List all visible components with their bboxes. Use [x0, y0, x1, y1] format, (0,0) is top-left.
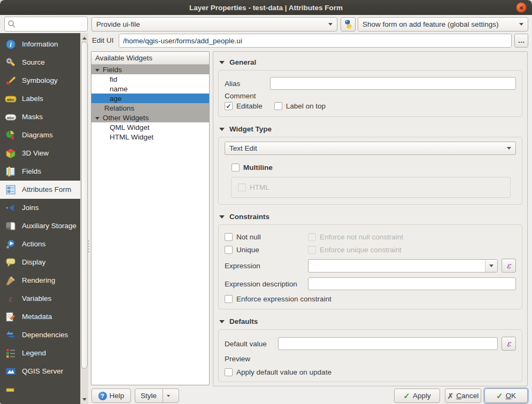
- sidebar-item-display[interactable]: Display: [0, 253, 80, 271]
- attribute-editor-layout-select[interactable]: Provide ui-file: [91, 17, 337, 32]
- sidebar-item-source[interactable]: Source: [0, 53, 80, 72]
- tree-group-relations[interactable]: Relations: [91, 103, 209, 113]
- not-null-checkbox[interactable]: [225, 233, 233, 241]
- tree-item-qml-widget[interactable]: QML Widget: [91, 122, 209, 132]
- svg-text:abc: abc: [7, 115, 14, 120]
- python-icon: [343, 19, 353, 29]
- auxiliary-storage-icon: [5, 221, 17, 231]
- fields-icon: [5, 166, 17, 177]
- alias-input[interactable]: [270, 77, 516, 90]
- apply-default-on-update-label: Apply default value on update: [236, 368, 331, 376]
- multiline-checkbox[interactable]: [232, 164, 240, 172]
- sidebar-item-diagrams[interactable]: Diagrams: [0, 126, 80, 144]
- apply-default-on-update-checkbox[interactable]: [225, 368, 233, 376]
- scroll-down-arrow[interactable]: [81, 395, 88, 403]
- alias-label: Alias: [225, 80, 270, 88]
- default-value-expression-button[interactable]: ε: [502, 337, 516, 351]
- style-dropdown-button[interactable]: [163, 389, 173, 402]
- sidebar-item-auxiliary-storage[interactable]: Auxiliary Storage: [0, 217, 80, 235]
- labels-icon: abc: [5, 94, 17, 104]
- unique-checkbox[interactable]: [225, 246, 233, 254]
- html-checkbox[interactable]: [238, 183, 246, 191]
- defaults-section-header[interactable]: Defaults: [219, 317, 522, 325]
- svg-text:abc: abc: [7, 97, 14, 102]
- tree-item-name[interactable]: name: [91, 84, 209, 94]
- cancel-button[interactable]: ✗ Cancel: [445, 389, 481, 403]
- panel-splitter-handle[interactable]: [88, 240, 90, 254]
- enforce-unique-label: Enforce unique constraint: [320, 246, 402, 254]
- multiline-options-box: HTML: [231, 177, 511, 198]
- expression-description-input[interactable]: [308, 277, 516, 290]
- expand-triangle-icon[interactable]: [95, 69, 99, 72]
- information-icon: i: [5, 39, 17, 50]
- sidebar-item-labels[interactable]: abc Labels: [0, 90, 80, 108]
- sidebar-item-symbology[interactable]: Symbology: [0, 72, 80, 90]
- expression-label: Expression: [225, 262, 308, 270]
- constraints-group-box: Not null Enforce not null constraint Uni…: [218, 224, 522, 309]
- defaults-group-box: Default value ε Preview Apply default va…: [218, 329, 522, 382]
- sidebar-item-information[interactable]: i Information: [0, 35, 80, 53]
- sidebar-item-fields[interactable]: Fields: [0, 162, 80, 181]
- tree-group-other-widgets[interactable]: Other Widgets: [91, 113, 209, 122]
- collapse-triangle-icon: [219, 320, 225, 323]
- edit-ui-label: Edit UI: [92, 36, 114, 44]
- search-box: [4, 17, 88, 32]
- label-on-top-checkbox[interactable]: [274, 102, 282, 110]
- source-icon: [5, 57, 17, 68]
- layer-properties-dialog: Layer Properties - test-data | Attribute…: [0, 0, 532, 404]
- expression-value: [309, 260, 485, 272]
- multiline-label: Multiline: [243, 164, 273, 172]
- sidebar-item-actions[interactable]: Actions: [0, 235, 80, 253]
- expression-builder-button[interactable]: ε: [502, 259, 516, 273]
- tree-item-age[interactable]: age: [91, 94, 209, 103]
- attribute-editor-layout-value: Provide ui-file: [96, 20, 325, 28]
- search-input[interactable]: [4, 17, 88, 32]
- available-widgets-panel: Available Widgets Fields fid name age Re…: [91, 51, 210, 385]
- constraints-section-header[interactable]: Constraints: [219, 213, 522, 221]
- expand-triangle-icon[interactable]: [95, 117, 99, 120]
- enforce-unique-checkbox[interactable]: [308, 246, 316, 254]
- sidebar-item-joins[interactable]: Joins: [0, 199, 80, 217]
- close-button[interactable]: ×: [516, 2, 527, 13]
- enforce-not-null-checkbox[interactable]: [308, 233, 316, 241]
- general-group-box: Alias Comment ✓ Editable Label on top: [218, 70, 522, 117]
- tree-item-fid[interactable]: fid: [91, 74, 209, 84]
- scroll-up-arrow[interactable]: [81, 34, 88, 42]
- enforce-not-null-label: Enforce not null constraint: [320, 233, 403, 241]
- scrollbar-thumb[interactable]: [81, 42, 88, 369]
- widget-type-section-header[interactable]: Widget Type: [219, 125, 522, 133]
- python-init-code-button[interactable]: [341, 17, 356, 32]
- style-button[interactable]: Style: [135, 389, 179, 403]
- chevron-down-icon: [489, 265, 494, 267]
- dependencies-icon: [5, 330, 17, 340]
- show-form-on-add-feature-select[interactable]: Show form on add feature (global setting…: [358, 17, 528, 32]
- ok-button[interactable]: ✓ OK: [484, 389, 528, 403]
- expression-combo[interactable]: [308, 259, 498, 273]
- widget-type-select[interactable]: Text Edit: [225, 142, 516, 155]
- expression-dropdown-button[interactable]: [485, 260, 497, 272]
- tree-group-fields[interactable]: Fields: [91, 65, 209, 74]
- sidebar-item-metadata[interactable]: Metadata: [0, 308, 80, 326]
- sidebar-item-partial[interactable]: [0, 380, 80, 399]
- sidebar-scrollbar[interactable]: [80, 33, 88, 404]
- apply-button[interactable]: ✓ Apply: [394, 389, 440, 403]
- enforce-expression-checkbox[interactable]: [225, 295, 233, 303]
- sidebar-item-attributes-form[interactable]: Attributes Form: [0, 181, 80, 199]
- sidebar-item-variables[interactable]: ε Variables: [0, 290, 80, 308]
- editable-checkbox[interactable]: ✓: [225, 102, 233, 110]
- not-null-label: Not null: [236, 233, 261, 241]
- sidebar-item-masks[interactable]: abc Masks: [0, 108, 80, 126]
- help-button[interactable]: ? Help: [91, 389, 131, 403]
- tree-item-html-widget[interactable]: HTML Widget: [91, 132, 209, 142]
- default-value-input[interactable]: [278, 337, 498, 350]
- sidebar-item-qgis-server[interactable]: QGIS Server: [0, 362, 80, 380]
- sidebar-item-dependencies[interactable]: Dependencies: [0, 326, 80, 344]
- field-settings-panel: General Alias Comment ✓ Editable Label o…: [213, 51, 528, 386]
- general-section-header[interactable]: General: [219, 58, 522, 66]
- sidebar-item-3d-view[interactable]: 3D View: [0, 144, 80, 162]
- browse-ui-file-button[interactable]: …: [514, 34, 528, 48]
- edit-ui-path-input[interactable]: [119, 34, 512, 48]
- sidebar-item-rendering[interactable]: Rendering: [0, 271, 80, 290]
- editable-label: Editable: [236, 102, 263, 110]
- sidebar-item-legend[interactable]: Legend: [0, 344, 80, 362]
